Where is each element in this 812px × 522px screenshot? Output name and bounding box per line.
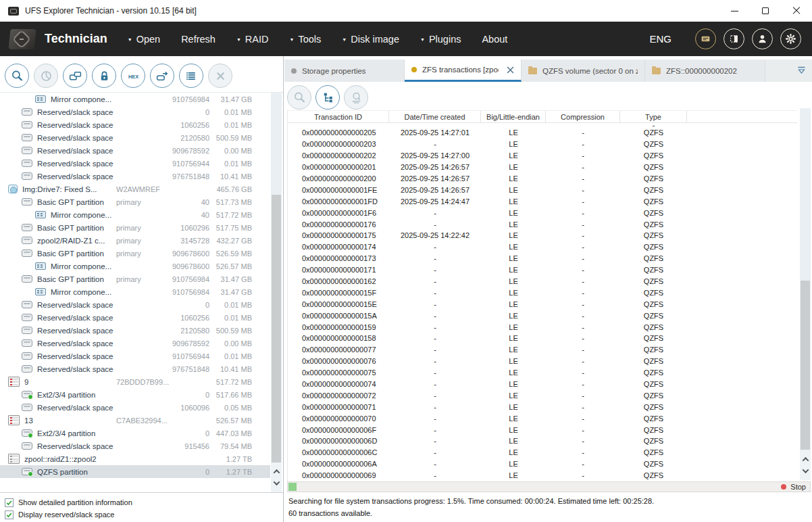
column-header-date-time-created[interactable]: Date/Time created (389, 111, 481, 122)
table-row[interactable]: 0x0000000000000176-LE-QZFS (288, 218, 797, 230)
tab-zfs-000000000202[interactable]: ZFS::000000000202 (645, 60, 765, 82)
column-header-compression[interactable]: Compression (546, 111, 620, 122)
tree-row[interactable]: Reserved/slack space91545679.54 MB (0, 440, 270, 452)
tree-row[interactable]: Mirror compone...40517.72 MB (0, 208, 270, 221)
user-account-icon[interactable] (752, 28, 773, 49)
tree-row[interactable]: Mirror compone...91075698431.47 GB (0, 285, 270, 298)
table-row[interactable]: 0x0000000000000074-LE-QZFS (288, 379, 797, 390)
table-row[interactable]: 0x00000000000002012025-09-25 14:26:57LE-… (288, 162, 797, 173)
tree-row[interactable]: Reserved/slack space9096785920.00 MB (0, 144, 270, 157)
table-row[interactable]: 0x0000000000000159-LE-QZFS (288, 321, 797, 333)
tree-row[interactable]: Ext2/3/4 partition0447.03 MB (0, 427, 270, 440)
tree-row[interactable]: Img:Drive7: Fixed S...W2AWMREF465.76 GB (0, 183, 270, 195)
tree-row[interactable]: Basic GPT partitionprimary40517.73 MB (0, 195, 270, 208)
menu-item-tools[interactable]: ▼Tools (290, 34, 322, 45)
table-row[interactable]: 0x0000000000000173-LE-QZFS (288, 253, 797, 264)
table-row[interactable]: 0x0000000000000158-LE-QZFS (288, 333, 797, 344)
tree-row[interactable]: Ext2/3/4 partition0517.66 MB (0, 388, 270, 401)
tree-row[interactable]: Reserved/slack space10600960.05 MB (0, 401, 270, 414)
table-row[interactable]: 0x00000000000001F6-LE-QZFS (288, 207, 797, 218)
menu-item-open[interactable]: ▼Open (128, 34, 160, 45)
tree-row[interactable]: Mirror compone...909678600526.57 MB (0, 260, 270, 272)
table-row[interactable]: 0x000000000000015E-LE-QZFS (288, 298, 797, 310)
menu-item-plugins[interactable]: ▼Plugins (420, 34, 461, 45)
table-row[interactable]: 0x000000000000006D-LE-QZFS (288, 435, 797, 447)
table-row[interactable]: 0x000000000000006F-LE-QZFS (288, 424, 797, 435)
table-row[interactable]: 0x0000000000000076-LE-QZFS (288, 356, 797, 367)
table-row[interactable]: 0x000000000000015A-LE-QZFS (288, 310, 797, 321)
tree-row[interactable]: zpool::raidZ1::zpool21.27 TB (0, 452, 270, 465)
close-button[interactable] (781, 0, 812, 22)
save-disk-image-icon[interactable] (150, 64, 174, 88)
tree-row[interactable]: Reserved/slack space00.01 MB (0, 105, 270, 118)
tree-row[interactable]: Reserved/slack space9107569440.01 MB (0, 157, 270, 170)
table-row[interactable]: 0x0000000000000162-LE-QZFS (288, 276, 797, 287)
table-row[interactable]: 0x0000000000000072-LE-QZFS (288, 389, 797, 401)
table-row[interactable]: 0x0000000000000171-LE-QZFS (288, 264, 797, 276)
minimize-button[interactable] (719, 0, 750, 22)
option-show-detailed-partition-information[interactable]: Show detailed partition information (5, 496, 283, 508)
tree-row[interactable]: zpool2/RAID-Z1 c...primary3145728432.27 … (0, 234, 270, 247)
hex-viewer-icon[interactable]: HEX (121, 64, 145, 88)
tree-row[interactable]: Reserved/slack space10602560.01 MB (0, 311, 270, 324)
tree-row[interactable]: Basic GPT partitionprimary909678600526.5… (0, 247, 270, 260)
clone-disk-icon[interactable] (63, 64, 87, 88)
tree-scrollbar-thumb[interactable] (272, 195, 281, 463)
tab-storage-properties[interactable]: Storage properties (284, 60, 405, 82)
menu-item-disk-image[interactable]: ▼Disk image (342, 34, 399, 45)
column-header-type[interactable]: Type (620, 111, 687, 122)
table-row[interactable]: 0x00000000000001752025-09-25 14:22:42LE-… (288, 230, 797, 241)
settings-icon[interactable] (780, 28, 801, 49)
maximize-button[interactable] (750, 0, 781, 22)
language-selector[interactable]: ENG (649, 33, 671, 45)
table-row[interactable]: 0x0000000000000174-LE-QZFS (288, 241, 797, 253)
close-tab-icon[interactable] (507, 66, 514, 74)
table-row[interactable]: 0x000000000000006A-LE-QZFS (288, 458, 797, 470)
tree-row[interactable]: Reserved/slack space97675184810.41 MB (0, 170, 270, 183)
table-row[interactable]: 0x0000000000000071-LE-QZFS (288, 401, 797, 412)
table-row[interactable]: 0x00000000000001FE2025-09-25 14:26:57LE-… (288, 184, 797, 195)
tree-scrollbar[interactable] (271, 93, 282, 492)
table-row[interactable]: 0x0000000000000077-LE-QZFS (288, 344, 797, 356)
tree-view-icon[interactable] (315, 85, 340, 110)
table-row[interactable]: 0x00000000000002052025-09-25 14:27:01LE-… (288, 127, 797, 139)
table-scrollbar-thumb[interactable] (801, 281, 810, 450)
tree-row[interactable]: Reserved/slack space2120580500.59 MB (0, 131, 270, 144)
tree-row[interactable]: 972BDDD7B99...517.72 MB (0, 375, 270, 388)
tree-row[interactable]: Reserved/slack space2120580500.59 MB (0, 324, 270, 337)
table-row[interactable]: 0x0000000000000070-LE-QZFS (288, 412, 797, 424)
menu-item-raid[interactable]: ▼RAID (236, 34, 269, 45)
table-row[interactable]: 0x0000000000000203-LE-QZFS (288, 139, 797, 150)
tree-row[interactable]: Reserved/slack space00.01 MB (0, 298, 270, 311)
tab-list-icon[interactable] (796, 66, 807, 75)
feedback-icon[interactable] (695, 28, 716, 49)
scroll-down-button[interactable] (803, 469, 808, 473)
tab-zfs-transactions-zpool-r[interactable]: ZFS transactions [zpool::r... (405, 60, 522, 82)
scroll-up-button[interactable] (803, 457, 808, 462)
scroll-down-button[interactable] (274, 481, 279, 485)
tab-qzfs-volume-sector-0-on-z[interactable]: QZFS volume (sector 0 on z... (522, 60, 645, 82)
table-scrollbar[interactable] (800, 108, 811, 480)
tree-row[interactable]: Mirror compone...91075698431.47 GB (0, 93, 270, 105)
table-row[interactable]: 0x00000000000001FD2025-09-25 14:24:47LE-… (288, 195, 797, 207)
tree-row-selected[interactable]: QZFS partition01.27 TB (0, 465, 270, 478)
panel-layout-icon[interactable] (724, 28, 744, 49)
properties-list-icon[interactable] (179, 64, 203, 88)
tree-row[interactable]: Reserved/slack space9096785920.00 MB (0, 337, 270, 350)
table-row[interactable]: 0x00000000000002022025-09-25 14:27:00LE-… (288, 150, 797, 162)
column-header-transaction-id[interactable]: Transaction ID (288, 111, 389, 122)
scroll-up-button[interactable] (274, 469, 279, 474)
tree-row[interactable]: Basic GPT partitionprimary1060296517.75 … (0, 221, 270, 234)
scan-search-icon[interactable] (5, 64, 29, 88)
table-row[interactable]: 0x000000000000015F-LE-QZFS (288, 287, 797, 298)
table-row[interactable]: 0x0000000000000075-LE-QZFS (288, 367, 797, 379)
tree-row[interactable]: 13C7ABE32994...526.57 MB (0, 414, 270, 427)
stop-button[interactable]: Stop (781, 481, 806, 492)
menu-item-about[interactable]: About (482, 34, 507, 45)
table-row[interactable]: 0x0000000000000069-LE-QZFS (288, 470, 797, 481)
option-display-reserved-slack-space[interactable]: Display reserved/slack space (5, 508, 283, 521)
tree-row[interactable]: Reserved/slack space10602560.01 MB (0, 118, 270, 131)
permissions-lock-icon[interactable] (92, 64, 116, 88)
tree-row[interactable]: Reserved/slack space97675184810.41 MB (0, 362, 270, 375)
tree-row[interactable]: Reserved/slack space9107569440.01 MB (0, 350, 270, 362)
